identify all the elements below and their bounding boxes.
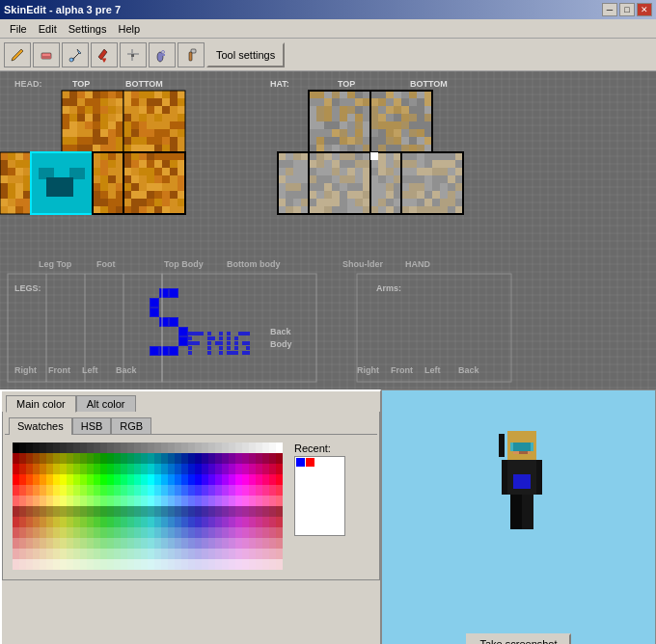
color-swatch[interactable] bbox=[148, 549, 154, 559]
color-swatch[interactable] bbox=[188, 559, 195, 570]
color-swatch[interactable] bbox=[188, 549, 195, 559]
color-swatch[interactable] bbox=[269, 474, 276, 485]
recent-color-swatch[interactable] bbox=[335, 496, 343, 505]
close-button[interactable]: ✕ bbox=[637, 3, 652, 16]
color-swatch[interactable] bbox=[40, 559, 46, 570]
color-swatch[interactable] bbox=[269, 443, 276, 453]
color-swatch[interactable] bbox=[168, 559, 175, 570]
color-swatch[interactable] bbox=[53, 443, 60, 453]
color-swatch[interactable] bbox=[202, 538, 208, 549]
color-swatch[interactable] bbox=[215, 549, 222, 559]
color-swatch[interactable] bbox=[215, 527, 222, 538]
color-swatch[interactable] bbox=[195, 538, 202, 549]
hsb-tab[interactable]: HSB bbox=[72, 417, 112, 434]
color-swatch[interactable] bbox=[161, 538, 168, 549]
color-swatch[interactable] bbox=[60, 538, 67, 549]
color-swatch[interactable] bbox=[154, 453, 161, 464]
color-swatch[interactable] bbox=[242, 453, 249, 464]
color-swatch[interactable] bbox=[26, 453, 33, 464]
rgb-tab[interactable]: RGB bbox=[111, 417, 151, 434]
color-swatch[interactable] bbox=[222, 559, 229, 570]
color-swatch[interactable] bbox=[40, 485, 46, 496]
color-swatch[interactable] bbox=[195, 464, 202, 474]
color-swatch[interactable] bbox=[215, 538, 222, 549]
color-swatch[interactable] bbox=[276, 474, 283, 485]
color-swatch[interactable] bbox=[188, 443, 195, 453]
color-swatch[interactable] bbox=[60, 506, 67, 517]
color-swatch[interactable] bbox=[175, 464, 181, 474]
color-swatch[interactable] bbox=[80, 453, 87, 464]
color-swatch[interactable] bbox=[202, 549, 208, 559]
color-swatch[interactable] bbox=[256, 527, 262, 538]
color-swatch[interactable] bbox=[26, 485, 33, 496]
color-swatch[interactable] bbox=[188, 474, 195, 485]
color-swatch[interactable] bbox=[181, 474, 188, 485]
color-swatch[interactable] bbox=[107, 474, 114, 485]
color-swatch[interactable] bbox=[114, 517, 121, 527]
color-swatch[interactable] bbox=[19, 496, 26, 506]
color-swatch[interactable] bbox=[161, 559, 168, 570]
color-swatch[interactable] bbox=[154, 496, 161, 506]
color-swatch[interactable] bbox=[195, 517, 202, 527]
color-swatch[interactable] bbox=[215, 453, 222, 464]
color-swatch[interactable] bbox=[114, 453, 121, 464]
color-swatch[interactable] bbox=[256, 443, 262, 453]
color-swatch[interactable] bbox=[154, 527, 161, 538]
color-swatch[interactable] bbox=[33, 464, 40, 474]
color-swatch[interactable] bbox=[262, 559, 269, 570]
color-swatch[interactable] bbox=[262, 453, 269, 464]
color-swatch[interactable] bbox=[195, 443, 202, 453]
color-swatch[interactable] bbox=[235, 453, 242, 464]
color-swatch[interactable] bbox=[256, 517, 262, 527]
color-swatch[interactable] bbox=[26, 527, 33, 538]
color-swatch[interactable] bbox=[256, 506, 262, 517]
recent-color-swatch[interactable] bbox=[296, 487, 305, 496]
color-swatch[interactable] bbox=[114, 506, 121, 517]
color-swatch[interactable] bbox=[53, 538, 60, 549]
recent-color-swatch[interactable] bbox=[306, 506, 314, 515]
color-swatch[interactable] bbox=[168, 443, 175, 453]
color-swatch[interactable] bbox=[188, 485, 195, 496]
color-swatch[interactable] bbox=[249, 517, 256, 527]
color-swatch[interactable] bbox=[67, 517, 73, 527]
color-swatch[interactable] bbox=[40, 474, 46, 485]
color-swatch[interactable] bbox=[181, 464, 188, 474]
color-swatch[interactable] bbox=[242, 506, 249, 517]
color-swatch[interactable] bbox=[154, 485, 161, 496]
color-swatch[interactable] bbox=[215, 474, 222, 485]
color-swatch[interactable] bbox=[46, 464, 53, 474]
color-swatch[interactable] bbox=[276, 517, 283, 527]
color-swatch[interactable] bbox=[154, 559, 161, 570]
recent-grid[interactable] bbox=[294, 456, 345, 536]
color-swatch[interactable] bbox=[262, 485, 269, 496]
color-swatch[interactable] bbox=[26, 538, 33, 549]
color-swatch[interactable] bbox=[19, 464, 26, 474]
color-swatch[interactable] bbox=[148, 559, 154, 570]
color-swatch[interactable] bbox=[202, 559, 208, 570]
color-swatch[interactable] bbox=[249, 538, 256, 549]
swatches-tab[interactable]: Swatches bbox=[9, 417, 72, 435]
color-swatch[interactable] bbox=[269, 559, 276, 570]
color-swatch[interactable] bbox=[127, 559, 134, 570]
color-swatch[interactable] bbox=[141, 506, 148, 517]
color-swatch[interactable] bbox=[154, 443, 161, 453]
color-swatch[interactable] bbox=[73, 443, 80, 453]
color-swatch[interactable] bbox=[60, 485, 67, 496]
color-swatch[interactable] bbox=[94, 506, 100, 517]
color-swatch[interactable] bbox=[67, 496, 73, 506]
color-swatch[interactable] bbox=[188, 453, 195, 464]
color-swatch[interactable] bbox=[148, 527, 154, 538]
color-swatch[interactable] bbox=[141, 527, 148, 538]
color-swatch[interactable] bbox=[195, 474, 202, 485]
color-swatch[interactable] bbox=[53, 559, 60, 570]
menu-file[interactable]: File bbox=[4, 21, 33, 37]
recent-color-swatch[interactable] bbox=[335, 506, 343, 515]
color-swatch[interactable] bbox=[46, 517, 53, 527]
color-swatch[interactable] bbox=[127, 527, 134, 538]
color-swatch[interactable] bbox=[100, 549, 107, 559]
color-swatch[interactable] bbox=[53, 464, 60, 474]
color-swatch[interactable] bbox=[141, 474, 148, 485]
color-swatch[interactable] bbox=[235, 474, 242, 485]
color-swatch[interactable] bbox=[33, 506, 40, 517]
color-swatch[interactable] bbox=[33, 527, 40, 538]
